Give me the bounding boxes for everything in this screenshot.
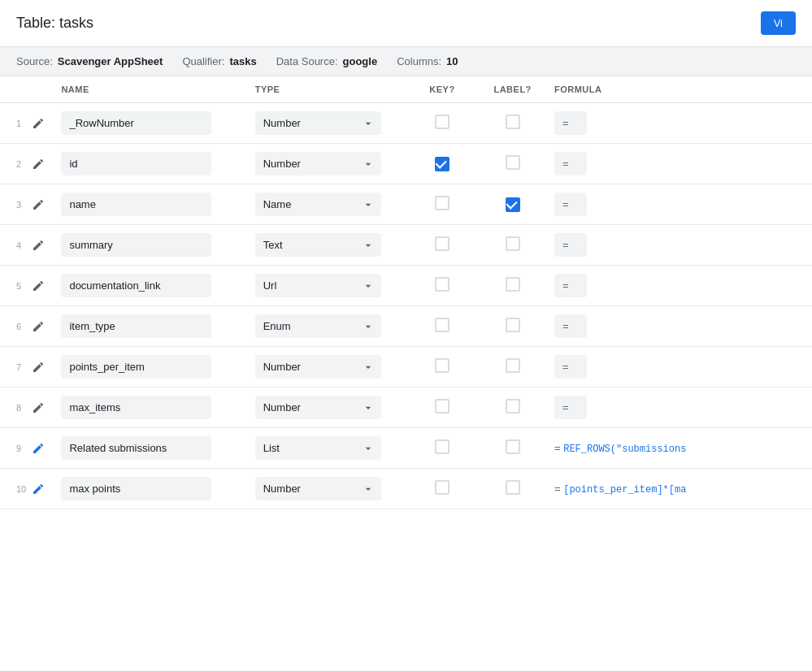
edit-icon[interactable] — [28, 195, 48, 214]
key-checkbox[interactable] — [435, 277, 449, 292]
formula-display[interactable]: = — [554, 111, 587, 135]
key-checkbox[interactable] — [435, 196, 449, 210]
table-row: 1 Number= — [0, 103, 812, 144]
formula-cell: = REF_ROWS("submissions — [548, 428, 812, 469]
type-select[interactable]: Number — [255, 152, 381, 175]
edit-icon[interactable] — [28, 357, 48, 377]
type-select[interactable]: Text — [255, 233, 381, 257]
col-header-name: NAME — [54, 76, 248, 103]
qualifier-value: tasks — [229, 55, 256, 67]
row-number: 6 — [0, 306, 28, 347]
key-checkbox-cell — [407, 347, 478, 387]
edit-cell — [28, 469, 54, 509]
key-checkbox[interactable] — [435, 439, 449, 454]
edit-icon[interactable] — [28, 154, 48, 174]
label-checkbox[interactable] — [506, 277, 520, 292]
name-input[interactable] — [61, 152, 211, 175]
type-select[interactable]: Number — [255, 477, 381, 500]
label-checkbox[interactable] — [506, 318, 520, 332]
label-checkbox[interactable] — [506, 197, 520, 212]
type-cell: Number — [249, 387, 407, 428]
key-checkbox[interactable] — [435, 115, 449, 129]
edit-icon[interactable] — [28, 439, 48, 458]
label-checkbox-cell — [477, 225, 548, 266]
formula-display[interactable]: = — [554, 233, 587, 257]
edit-cell — [28, 144, 54, 184]
type-select[interactable]: List — [255, 436, 381, 460]
edit-cell — [28, 387, 54, 428]
type-cell: Name — [249, 184, 407, 225]
name-input[interactable] — [61, 436, 211, 460]
name-cell — [54, 469, 248, 509]
key-checkbox-cell — [407, 103, 478, 144]
name-input[interactable] — [61, 233, 211, 257]
type-select[interactable]: Number — [255, 111, 381, 135]
formula-display[interactable]: = — [554, 193, 587, 216]
edit-icon[interactable] — [28, 317, 48, 336]
type-cell: Number — [249, 469, 407, 509]
name-input[interactable] — [61, 477, 211, 500]
type-cell: Url — [249, 266, 407, 306]
label-checkbox[interactable] — [506, 358, 520, 373]
name-input[interactable] — [61, 193, 211, 216]
row-number: 9 — [0, 428, 28, 469]
label-checkbox[interactable] — [506, 439, 520, 454]
edit-icon[interactable] — [28, 114, 48, 133]
formula-cell: = [points_per_item]*[ma — [548, 469, 812, 509]
table-row: 6 Enum= — [0, 306, 812, 347]
key-checkbox[interactable] — [435, 236, 449, 251]
name-input[interactable] — [61, 314, 211, 338]
type-cell: List — [249, 428, 407, 469]
label-checkbox-cell — [477, 306, 548, 347]
formula-eq: = — [554, 483, 563, 495]
label-checkbox-cell — [477, 144, 548, 184]
name-input[interactable] — [61, 396, 211, 419]
edit-icon[interactable] — [28, 479, 48, 499]
type-select[interactable]: Enum — [255, 314, 381, 338]
key-checkbox-cell — [407, 225, 478, 266]
row-number: 5 — [0, 266, 28, 306]
name-cell — [54, 387, 248, 428]
columns-value: 10 — [446, 55, 458, 67]
formula-display[interactable]: = — [554, 355, 587, 379]
key-checkbox[interactable] — [435, 318, 449, 332]
formula-cell: = — [548, 144, 812, 184]
label-checkbox-cell — [477, 266, 548, 306]
label-checkbox[interactable] — [506, 399, 520, 413]
name-input[interactable] — [61, 274, 211, 297]
key-checkbox[interactable] — [435, 480, 449, 495]
formula-display[interactable]: = — [554, 396, 587, 419]
row-number: 4 — [0, 225, 28, 266]
name-cell — [54, 144, 248, 184]
label-checkbox[interactable] — [506, 155, 520, 170]
formula-display[interactable]: = — [554, 152, 587, 175]
type-select[interactable]: Number — [255, 355, 381, 379]
formula-display[interactable]: = — [554, 274, 587, 297]
edit-cell — [28, 225, 54, 266]
name-input[interactable] — [61, 111, 211, 135]
label-checkbox[interactable] — [506, 236, 520, 251]
view-button[interactable]: Vi — [761, 11, 796, 35]
meta-bar: Source: Scavenger AppSheet Qualifier: ta… — [0, 47, 812, 76]
key-checkbox[interactable] — [435, 399, 449, 413]
columns-item: Columns: 10 — [397, 55, 458, 67]
name-cell — [54, 225, 248, 266]
label-checkbox[interactable] — [506, 115, 520, 129]
edit-cell — [28, 184, 54, 225]
edit-icon[interactable] — [28, 398, 48, 418]
name-cell — [54, 184, 248, 225]
formula-display[interactable]: = — [554, 314, 587, 338]
label-checkbox[interactable] — [506, 480, 520, 495]
label-checkbox-cell — [477, 469, 548, 509]
edit-icon[interactable] — [28, 236, 48, 255]
type-select[interactable]: Number — [255, 396, 381, 419]
edit-icon[interactable] — [28, 276, 48, 296]
type-select[interactable]: Name — [255, 193, 381, 216]
type-select[interactable]: Url — [255, 274, 381, 297]
qualifier-item: Qualifier: tasks — [182, 55, 256, 67]
key-checkbox[interactable] — [435, 358, 449, 373]
label-checkbox-cell — [477, 428, 548, 469]
type-cell: Enum — [249, 306, 407, 347]
key-checkbox[interactable] — [435, 157, 449, 171]
name-input[interactable] — [61, 355, 211, 379]
